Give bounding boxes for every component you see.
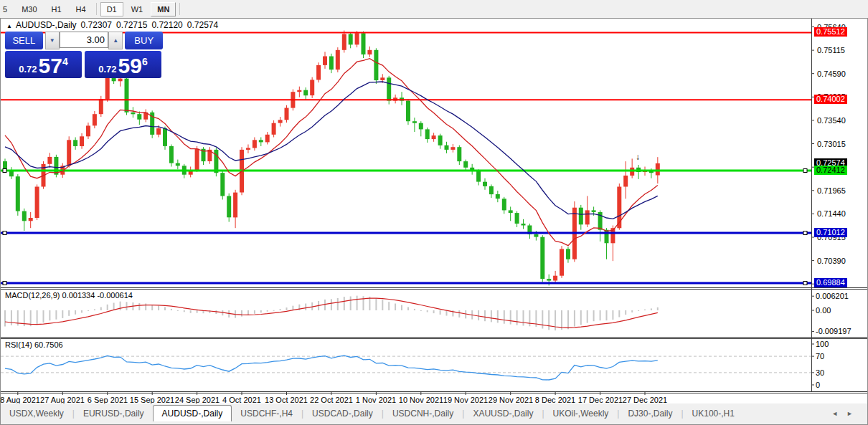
tab-usdchf-h4[interactable]: USDCHF-,H4	[232, 406, 301, 421]
tab-scroll-right-icon[interactable]: ►	[846, 410, 853, 417]
tab-usdcad-daily[interactable]: USDCAD-,Daily	[303, 406, 382, 421]
rsi-scale-label: 100	[816, 340, 829, 348]
level-handle	[803, 282, 807, 285]
toolbar-separator	[179, 3, 180, 15]
macd-layer	[4, 296, 659, 331]
buy-price-sup: 6	[142, 56, 148, 67]
level-handle	[3, 231, 6, 235]
tab-usdcnh-daily[interactable]: USDCNH-,Daily	[384, 406, 462, 421]
rsi-scale-label: 0	[816, 381, 820, 389]
window-bottom-edge	[1, 421, 867, 424]
sell-price-big: 57	[39, 55, 62, 77]
buy-price-big: 59	[118, 55, 142, 77]
price-scale-label: 0.71440	[817, 209, 846, 218]
sell-price-panel[interactable]: 0.72 57 4	[5, 51, 82, 78]
timeframe-button-w1[interactable]: W1	[125, 2, 150, 16]
price-scale-label: 0.73540	[817, 116, 846, 125]
price-scale-label: 0.70390	[817, 257, 846, 265]
one-click-trading-panel: SELL ▼ ▲ BUY 0.72 57 4 0.72 59 6	[5, 32, 163, 78]
buy-price-prefix: 0.72	[98, 64, 116, 75]
symbol-name: AUDUSD-,Daily	[16, 20, 77, 30]
volume-increment-button[interactable]: ▲	[108, 32, 123, 49]
level-handle	[3, 282, 6, 285]
ohlc-high: 0.72715	[116, 20, 147, 30]
sell-price-prefix: 0.72	[19, 64, 37, 75]
rsi-scale-label: 70	[816, 352, 824, 360]
tab-dj30-daily[interactable]: DJ30-,Daily	[619, 406, 681, 421]
price-level-chip: 0.71012	[814, 228, 847, 237]
volume-decrement-button[interactable]: ▼	[45, 32, 60, 49]
timeframe-button-5[interactable]: 5	[1, 2, 14, 16]
rsi-line	[5, 355, 658, 380]
chart-area[interactable]: ▲AUDUSD-,Daily0.723070.727150.721200.725…	[1, 19, 867, 424]
tab-audusd-daily[interactable]: AUDUSD-,Daily	[153, 405, 232, 421]
price-scale-label: 0.71965	[817, 186, 846, 195]
toolbar-separator	[96, 3, 97, 15]
arrow-down-marker: ↓	[636, 152, 640, 162]
timeframe-button-mn[interactable]: MN	[151, 2, 176, 16]
tab-xauusd-daily[interactable]: XAUUSD-,Daily	[464, 406, 542, 421]
macd-scale-label: 0.006201	[816, 292, 849, 300]
level-handle	[803, 231, 807, 235]
buy-button[interactable]: BUY	[125, 32, 163, 49]
timeframe-button-d1[interactable]: D1	[100, 2, 123, 16]
rsi-scale-label: 30	[816, 368, 824, 377]
level-handle	[3, 169, 6, 173]
timeframe-button-h4[interactable]: H4	[70, 2, 93, 16]
ohlc-open: 0.72307	[81, 20, 112, 30]
tab-uk100-h1[interactable]: UK100-,H1	[684, 406, 743, 421]
price-level-chip: 0.75512	[814, 27, 847, 37]
ohlc-low: 0.72120	[151, 20, 182, 30]
price-scale-label: 0.74590	[817, 70, 846, 78]
chart-window: ▲AUDUSD-,Daily0.723070.727150.721200.725…	[0, 18, 868, 425]
price-level-chip: 0.69884	[814, 278, 847, 287]
macd-indicator-label: MACD(12,26,9) 0.001334 -0.000614	[5, 291, 133, 300]
tab-eurusd-daily[interactable]: EURUSD-,Daily	[75, 406, 153, 421]
macd-scale-label: 0.00	[816, 306, 831, 315]
chart-ohlc-line: ▲AUDUSD-,Daily0.723070.727150.721200.725…	[6, 20, 218, 30]
price-level-chip: 0.72412	[814, 166, 847, 175]
price-scale-label: 0.73015	[817, 140, 846, 148]
timeframe-button-m30[interactable]: M30	[15, 2, 43, 16]
collapse-arrow-icon[interactable]: ▲	[6, 23, 12, 29]
price-level-chip: 0.74002	[814, 95, 847, 104]
sell-price-sup: 4	[62, 56, 68, 67]
level-handle	[803, 169, 807, 173]
volume-input[interactable]	[60, 32, 108, 48]
ohlc-close: 0.72574	[187, 20, 218, 30]
macd-scale-label: -0.009197	[816, 327, 852, 335]
timeframe-button-h1[interactable]: H1	[45, 2, 68, 16]
ma-fast-line	[5, 59, 658, 246]
chart-tab-bar: USDX,Weekly|EURUSD-,DailyAUDUSD-,DailyUS…	[1, 403, 867, 421]
tab-scroll-left-icon[interactable]: ◄	[831, 410, 838, 417]
rsi-indicator-label: RSI(14) 60.7506	[5, 340, 63, 349]
price-scale-label: 0.75115	[817, 46, 845, 54]
price-chart-canvas[interactable]	[1, 19, 867, 424]
buy-price-panel[interactable]: 0.72 59 6	[85, 51, 161, 78]
tab-scroll-arrows: ◄►	[823, 410, 853, 417]
tab-ukoil-weekly[interactable]: UKOil-,Weekly	[544, 406, 618, 421]
timeframe-toolbar: 5M30H1H4D1W1MN	[0, 0, 868, 19]
sell-button[interactable]: SELL	[5, 32, 43, 49]
tab-usdx-weekly[interactable]: USDX,Weekly	[1, 406, 72, 421]
